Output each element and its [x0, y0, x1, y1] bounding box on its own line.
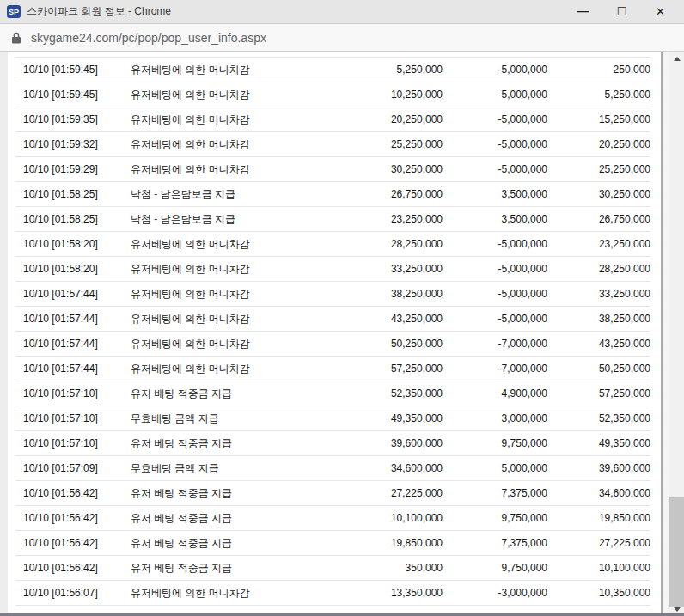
transaction-description: 유저베팅에 의한 머니차감: [131, 586, 339, 601]
minimize-icon[interactable]: —: [577, 5, 589, 18]
transaction-amount: -5,000,000: [443, 138, 547, 150]
transaction-description: 유저베팅에 의한 머니차감: [131, 162, 339, 177]
transaction-amount: 9,750,000: [443, 562, 547, 574]
balance-after: 39,600,000: [547, 462, 650, 474]
transaction-amount: 3,000,000: [443, 412, 547, 424]
close-icon[interactable]: ✕: [654, 6, 667, 17]
transaction-description: 유저 베팅 적중금 지급: [131, 486, 339, 501]
transaction-amount: -5,000,000: [443, 163, 547, 175]
transaction-time: 10/10 [01:57:44]: [15, 363, 131, 375]
transaction-time: 10/10 [01:57:09]: [15, 462, 131, 474]
table-row: 10/10 [01:59:35] 유저베팅에 의한 머니차감 20,250,00…: [15, 107, 650, 132]
balance-after: 10,100,000: [547, 562, 650, 574]
transaction-time: 10/10 [01:57:10]: [15, 387, 131, 399]
table-row: 10/10 [01:59:32] 유저베팅에 의한 머니차감 25,250,00…: [15, 132, 650, 157]
transaction-description: 유저 베팅 적중금 지급: [131, 387, 339, 401]
transaction-description: 유저베팅에 의한 머니차감: [131, 362, 339, 376]
transaction-time: 10/10 [01:58:25]: [15, 188, 131, 200]
transaction-description: 유저 베팅 적중금 지급: [131, 536, 339, 551]
scrollbar-gap: [663, 52, 669, 616]
balance-after: 27,225,000: [547, 537, 650, 549]
transaction-amount: 7,375,000: [443, 487, 547, 499]
transaction-amount: -5,000,000: [443, 238, 547, 250]
transaction-time: 10/10 [01:56:07]: [15, 587, 131, 599]
balance-before: 27,225,000: [339, 487, 443, 499]
table-row: 10/10 [01:59:45] 유저베팅에 의한 머니차감 10,250,00…: [15, 82, 650, 107]
url-text[interactable]: skygame24.com/pc/pop/pop_user_info.aspx: [31, 31, 266, 45]
table-row: 10/10 [01:57:44] 유저베팅에 의한 머니차감 57,250,00…: [15, 357, 650, 381]
transaction-amount: -5,000,000: [443, 88, 547, 101]
window-title: 스카이파크 회원 정보 - Chrome: [27, 4, 577, 19]
balance-before: 19,850,000: [339, 537, 443, 549]
transaction-time: 10/10 [01:57:44]: [15, 338, 131, 350]
transaction-amount: -5,000,000: [443, 113, 547, 125]
transaction-description: 낙첨 - 남은담보금 지급: [131, 187, 339, 202]
table-row: 10/10 [01:58:20] 유저베팅에 의한 머니차감 33,250,00…: [15, 257, 650, 282]
table-row: 10/10 [01:58:25] 낙첨 - 남은담보금 지급 23,250,00…: [15, 207, 650, 232]
transaction-time: 10/10 [01:56:42]: [15, 562, 131, 574]
transaction-time: 10/10 [01:59:45]: [15, 88, 131, 101]
transaction-time: 10/10 [01:56:42]: [15, 537, 131, 549]
scroll-up-button[interactable]: [669, 52, 684, 65]
transaction-description: 유저베팅에 의한 머니차감: [131, 312, 339, 326]
table-row: 10/10 [01:59:45] 유저베팅에 의한 머니차감 5,250,000…: [15, 58, 650, 82]
table-row: 10/10 [01:56:07] 유저베팅에 의한 머니차감 13,350,00…: [15, 581, 650, 606]
table-row: 10/10 [01:57:10] 유저 베팅 적중금 지급 52,350,000…: [15, 381, 650, 406]
transaction-description: 유저 베팅 적중금 지급: [131, 436, 339, 451]
transaction-amount: -5,000,000: [443, 263, 547, 275]
page-content: 10/10 [01:59:45] 유저베팅에 의한 머니차감 5,250,000…: [0, 52, 684, 616]
table-row: 10/10 [01:57:44] 유저베팅에 의한 머니차감 50,250,00…: [15, 332, 650, 357]
transaction-description: 유저베팅에 의한 머니차감: [131, 337, 339, 351]
transaction-description: 유저베팅에 의한 머니차감: [131, 63, 339, 77]
table-row: 10/10 [01:57:09] 무효베팅 금액 지급 34,600,000 5…: [15, 456, 650, 481]
transaction-description: 무효베팅 금액 지급: [131, 461, 339, 476]
window-controls: — ☐ ✕: [577, 5, 677, 18]
balance-before: 10,100,000: [339, 512, 443, 524]
balance-before: 38,250,000: [339, 288, 443, 300]
address-bar[interactable]: skygame24.com/pc/pop/pop_user_info.aspx: [0, 24, 684, 52]
balance-before: 26,750,000: [339, 188, 443, 200]
transaction-amount: -5,000,000: [443, 64, 547, 76]
transaction-time: 10/10 [01:59:32]: [15, 138, 131, 150]
lock-icon[interactable]: [11, 32, 21, 44]
transaction-amount: 3,500,000: [443, 188, 547, 200]
balance-after: 20,250,000: [547, 138, 650, 150]
transaction-amount: 4,900,000: [443, 387, 547, 399]
balance-after: 15,250,000: [547, 113, 650, 125]
transaction-description: 유저베팅에 의한 머니차감: [131, 237, 339, 252]
transaction-description: 유저 베팅 적중금 지급: [131, 511, 339, 526]
balance-after: 28,250,000: [547, 263, 650, 275]
balance-before: 50,250,000: [339, 338, 443, 350]
site-favicon-icon: SP: [7, 5, 21, 18]
table-row: 10/10 [01:56:42] 유저 베팅 적중금 지급 27,225,000…: [15, 481, 650, 506]
balance-after: 5,250,000: [547, 88, 650, 101]
balance-before: 34,600,000: [339, 462, 443, 474]
transaction-amount: -3,000,000: [443, 587, 547, 599]
table-row: 10/10 [01:57:10] 유저 베팅 적중금 지급 39,600,000…: [15, 431, 650, 456]
transaction-time: 10/10 [01:57:10]: [15, 412, 131, 424]
balance-after: 25,250,000: [547, 163, 650, 175]
balance-after: 57,250,000: [547, 387, 650, 399]
balance-before: 10,250,000: [339, 88, 443, 101]
balance-after: 38,250,000: [547, 313, 650, 325]
maximize-icon[interactable]: ☐: [615, 6, 628, 17]
transaction-time: 10/10 [01:56:42]: [15, 487, 131, 499]
balance-before: 30,250,000: [339, 163, 443, 175]
vertical-scrollbar[interactable]: [669, 52, 684, 616]
transaction-time: 10/10 [01:56:42]: [15, 512, 131, 524]
transaction-description: 유저베팅에 의한 머니차감: [131, 113, 339, 127]
scroll-up-arrow-icon: [674, 57, 681, 61]
balance-before: 39,600,000: [339, 437, 443, 449]
scrollbar-thumb[interactable]: [669, 497, 684, 607]
transaction-amount: 9,750,000: [443, 437, 547, 449]
transaction-time: 10/10 [01:59:35]: [15, 113, 131, 125]
balance-before: 350,000: [339, 562, 443, 574]
transaction-description: 낙첨 - 남은담보금 지급: [131, 212, 339, 227]
balance-after: 49,350,000: [547, 437, 650, 449]
balance-before: 33,250,000: [339, 263, 443, 275]
transaction-description: 유저베팅에 의한 머니차감: [131, 88, 339, 102]
balance-before: 5,250,000: [339, 64, 443, 76]
transaction-time: 10/10 [01:58:25]: [15, 213, 131, 225]
transaction-time: 10/10 [01:57:10]: [15, 437, 131, 449]
balance-after: 52,350,000: [547, 412, 650, 424]
